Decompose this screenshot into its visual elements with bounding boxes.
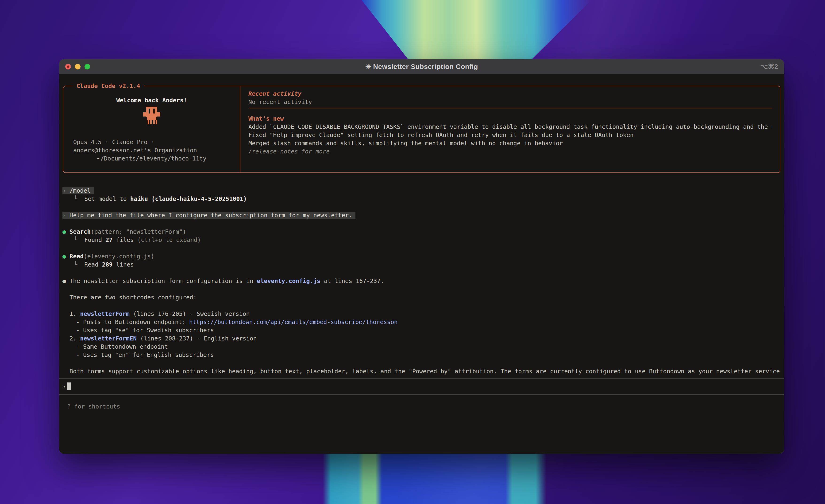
shortcode-name: newsletterFormEN <box>80 335 137 342</box>
welcome-box-right: Recent activity No recent activity What'… <box>240 86 780 172</box>
whats-new-divider <box>248 108 772 108</box>
tab-shortcut-badge: ⌥⌘2 <box>760 63 778 70</box>
window-title: ✳ Newsletter Subscription Config <box>59 63 784 71</box>
read-result-prefix: Read <box>84 261 102 268</box>
model-result-value: haiku (claude-haiku-4-5-20251001) <box>130 195 247 202</box>
result-connector-icon: └ <box>74 261 84 268</box>
model-result-prefix: Set model to <box>84 195 130 202</box>
read-result-suffix: lines <box>113 261 134 268</box>
search-tool-line: ● Search(pattern: "newsletterForm") <box>63 228 781 236</box>
intro-text: The newsletter subscription form configu… <box>70 277 257 284</box>
claude-robot-icon <box>143 107 160 125</box>
read-result-count: 289 <box>102 261 112 268</box>
buttondown-endpoint-link[interactable]: https://buttondown.com/api/emails/embed-… <box>189 319 398 325</box>
zoom-button[interactable] <box>84 64 90 70</box>
prompt-chevron-icon: › <box>63 383 66 390</box>
claude-asterisk-icon: ✳ <box>365 63 371 70</box>
welcome-box-legend: Claude Code v2.1.4 <box>73 82 143 90</box>
account-info: Opus 4.5 · Claude Pro · anders@thoresson… <box>73 138 230 154</box>
welcome-box: Claude Code v2.1.4 Welcome back Anders! <box>63 86 780 173</box>
shortcuts-hint: ? for shortcuts <box>63 402 781 411</box>
subitem-text: - Posts to Buttondown endpoint: <box>76 319 189 325</box>
input-divider-bottom <box>59 395 784 395</box>
whats-new-item: Fixed "Help improve Claude" setting fetc… <box>248 131 772 139</box>
prompt-input[interactable]: › <box>63 379 781 395</box>
assistant-intro-line: ● The newsletter subscription form confi… <box>63 277 781 285</box>
window-titlebar[interactable]: ✳ Newsletter Subscription Config ⌥⌘2 <box>59 59 784 74</box>
recent-activity-body: No recent activity <box>248 98 772 106</box>
transcript: › /model └ Set model to haiku (claude-ha… <box>63 186 781 375</box>
model-result-line: └ Set model to haiku (claude-haiku-4-5-2… <box>63 195 781 203</box>
close-button[interactable] <box>65 64 71 70</box>
whats-new-title: What's new <box>248 114 772 123</box>
intro-text-post: at lines 167-237. <box>320 277 384 284</box>
working-directory: ~/Documents/eleventy/thoco-11ty <box>68 154 235 163</box>
window-title-text: Newsletter Subscription Config <box>373 63 478 70</box>
welcome-box-left: Welcome back Anders! <box>63 86 240 172</box>
recent-activity-title: Recent activity <box>248 90 772 98</box>
read-paren: ) <box>151 253 154 260</box>
list-item: 1. newsletterForm (lines 176-205) - Swed… <box>63 310 781 318</box>
search-result-prefix: Found <box>84 237 105 243</box>
minimize-button[interactable] <box>75 64 81 70</box>
search-result-line: └ Found 27 files (ctrl+o to expand) <box>63 236 781 244</box>
search-result-mid: files <box>113 237 137 243</box>
list-item-text: (lines 208-237) - English version <box>137 335 257 342</box>
config-file-reference: eleventy.config.js <box>257 277 320 284</box>
list-subitem: - Uses tag "se" for Swedish subscribers <box>63 326 781 334</box>
release-notes-hint: /release-notes for more <box>248 147 772 156</box>
list-item: 2. newsletterFormEN (lines 208-237) - En… <box>63 334 781 343</box>
list-item-text: (lines 176-205) - Swedish version <box>130 311 250 317</box>
user-message-line: › Help me find the file where I configur… <box>63 211 781 220</box>
whats-new-item: Merged slash commands and skills, simpli… <box>248 139 772 147</box>
search-result-count: 27 <box>105 237 112 243</box>
read-paren: ( <box>84 253 87 260</box>
prompt-chevron-icon: › <box>63 187 70 194</box>
prompt-chevron-icon: › <box>63 212 70 219</box>
closing-paragraph: Both forms support customizable options … <box>63 367 781 375</box>
whats-new-item: Added `CLAUDE_CODE_DISABLE_BACKGROUND_TA… <box>248 123 772 131</box>
result-connector-icon: └ <box>74 237 84 243</box>
list-number: 2. <box>70 335 80 342</box>
list-subitem: - Same Buttondown endpoint <box>63 343 781 351</box>
read-result-line: └ Read 289 lines <box>63 260 781 269</box>
model-command: /model <box>70 187 91 194</box>
terminal-content[interactable]: Claude Code v2.1.4 Welcome back Anders! <box>59 74 784 454</box>
shortcode-name: newsletterForm <box>80 311 130 317</box>
search-tool-name: Search <box>70 228 91 235</box>
read-tool-name: Read <box>70 253 84 260</box>
search-expand-hint: (ctrl+o to expand) <box>137 237 201 243</box>
read-file-name: eleventy.config.js <box>87 253 151 260</box>
list-number: 1. <box>70 311 80 317</box>
search-tool-args: (pattern: "newsletterForm") <box>91 228 186 235</box>
tool-bullet-icon: ● <box>63 228 70 235</box>
list-subitem: - Posts to Buttondown endpoint: https://… <box>63 318 781 326</box>
result-connector-icon: └ <box>74 195 84 202</box>
greeting: Welcome back Anders! <box>68 96 235 104</box>
text-cursor <box>67 383 71 390</box>
read-tool-line: ● Read(eleventy.config.js) <box>63 252 781 260</box>
traffic-lights <box>65 64 90 70</box>
tool-bullet-icon: ● <box>63 253 70 260</box>
terminal-window: ✳ Newsletter Subscription Config ⌥⌘2 Cla… <box>59 59 784 454</box>
model-command-line: › /model <box>63 186 781 195</box>
user-message: Help me find the file where I configure … <box>70 212 352 219</box>
shortcodes-line: There are two shortcodes configured: <box>63 293 781 302</box>
list-subitem: - Uses tag "en" for English subscribers <box>63 351 781 359</box>
message-bullet-icon: ● <box>63 277 70 284</box>
